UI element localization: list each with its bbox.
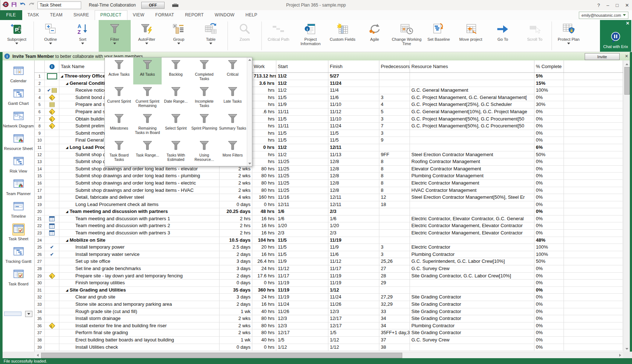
cell-resource-names[interactable]: Roofing Contractor Management xyxy=(410,158,534,166)
cell-task-name[interactable]: ◢Team meeting and discussion with partne… xyxy=(59,208,220,215)
expand-collapse-icon[interactable]: ◢ xyxy=(66,289,68,292)
realtime-collab-toggle[interactable]: OFF xyxy=(141,2,165,9)
cell-row-number[interactable]: 31 xyxy=(35,287,45,294)
cell-info-indicators[interactable] xyxy=(45,208,59,215)
sidebar-item-task-sheet[interactable]: Task Sheet xyxy=(3,223,34,241)
cell-finish[interactable]: 11/19 xyxy=(328,273,379,280)
cell-resource-names[interactable]: Electric Contractor xyxy=(410,244,534,251)
cell-start[interactable]: 11/5 xyxy=(276,244,328,251)
cell-duration[interactable]: 2 hrs xyxy=(220,222,252,230)
cell-task-name[interactable]: Finish temporay utilities xyxy=(59,280,220,287)
cell-resource-names[interactable]: Site Grading Contractor xyxy=(410,308,534,316)
cell-resource-names[interactable]: G.C. General Management xyxy=(410,87,534,94)
cell-work[interactable]: hrs xyxy=(252,116,276,123)
cell-work[interactable]: hrs xyxy=(252,158,276,166)
sidebar-item-risk-view[interactable]: Risk View xyxy=(3,156,34,173)
cell-row-number[interactable]: 1 xyxy=(35,73,45,80)
redo-button[interactable] xyxy=(28,2,35,9)
cell-predecessors[interactable]: 27,29 xyxy=(379,294,410,301)
cell-work[interactable]: 3.6 hrs xyxy=(252,80,276,87)
ribbon-button-sort[interactable]: AZSort xyxy=(67,20,99,52)
cell-duration[interactable]: 2 hrs xyxy=(220,230,252,237)
filter-option-using-resource-[interactable]: Using Resource... xyxy=(190,138,218,165)
cell-row-number[interactable]: 29 xyxy=(35,273,45,280)
cell-predecessors[interactable]: 37 xyxy=(379,337,410,344)
cell-row-number[interactable]: 17 xyxy=(35,187,45,194)
cell-finish[interactable]: 11/6 xyxy=(328,251,379,258)
cell-start[interactable]: 12/3 xyxy=(276,323,328,330)
cell-resource-names[interactable] xyxy=(410,130,534,137)
cell-row-number[interactable]: 19 xyxy=(35,201,45,209)
cell-duration[interactable]: 0 days xyxy=(220,280,252,287)
cell-start[interactable]: 11/25 xyxy=(276,180,328,187)
cell-work[interactable]: hrs xyxy=(252,151,276,159)
cell-resource-names[interactable]: G.C. Survey Crew xyxy=(410,337,534,344)
cell-task-name[interactable]: Team meeting and discussion with partner… xyxy=(59,222,220,230)
cell-start[interactable]: 11/2 xyxy=(276,151,328,159)
cell-resource-names[interactable]: Steel Erection Contractor Management[50%… xyxy=(410,194,534,201)
cell-row-number[interactable]: 3 xyxy=(35,87,45,94)
cell-predecessors[interactable]: 3 xyxy=(379,251,410,258)
cell-info-indicators[interactable]: ! xyxy=(45,323,59,330)
cell-finish[interactable]: 12/3 xyxy=(328,308,379,316)
cell-finish[interactable]: 1/5 xyxy=(328,329,379,337)
cell-row-number[interactable]: 14 xyxy=(35,166,45,173)
cell-percent-complete[interactable]: 100% xyxy=(534,251,564,258)
cell-percent-complete[interactable]: 0% xyxy=(534,230,564,237)
cell-start[interactable]: 1/6 xyxy=(276,208,328,215)
cell-row-number[interactable]: 39 xyxy=(35,344,45,351)
cell-info-indicators[interactable]: ! xyxy=(45,108,59,116)
cell-predecessors[interactable]: 35FF+1 day,3 xyxy=(379,329,410,337)
cell-start[interactable]: 11/19 xyxy=(276,287,328,294)
cell-work[interactable]: 17.6 hrs xyxy=(252,273,276,280)
cell-percent-complete[interactable]: 0% xyxy=(534,222,564,230)
filter-option-backlog[interactable]: Backlog xyxy=(162,58,190,84)
cell-percent-complete[interactable]: 0% xyxy=(534,215,564,223)
cell-predecessors[interactable]: 3 xyxy=(379,130,410,137)
cell-finish[interactable]: 1/6 xyxy=(328,215,379,223)
cell-percent-complete[interactable]: 0% xyxy=(534,158,564,166)
cell-resource-names[interactable]: Electric Contractor Management xyxy=(410,180,534,187)
cell-percent-complete[interactable]: 100% xyxy=(534,87,564,94)
cell-info-indicators[interactable] xyxy=(45,80,59,87)
cell-info-indicators[interactable]: ✔ xyxy=(45,87,59,94)
cell-info-indicators[interactable] xyxy=(45,280,59,287)
chat-close-icon[interactable]: ✕ xyxy=(626,21,629,26)
ribbon-button-agile[interactable]: Agile xyxy=(359,20,391,52)
cell-resource-names[interactable] xyxy=(410,344,534,351)
cell-resource-names[interactable]: Site Grading Contractor xyxy=(410,294,534,301)
cell-task-name[interactable]: Submit shop drawings and order long lead… xyxy=(59,187,220,194)
cell-work[interactable]: 104 hrs xyxy=(252,237,276,244)
sidebar-item-team-planner[interactable]: Team Planner xyxy=(3,178,34,196)
cell-info-indicators[interactable] xyxy=(45,215,59,223)
cell-row-number[interactable]: 26 xyxy=(35,251,45,258)
cell-work[interactable]: 0 hrs xyxy=(252,201,276,209)
cell-work[interactable]: 713.12 hrs xyxy=(252,73,276,80)
filter-option-tasks-with-estimated[interactable]: Tasks With Estimated xyxy=(162,138,190,165)
cell-percent-complete[interactable]: 0% xyxy=(534,116,564,123)
cell-info-indicators[interactable] xyxy=(45,144,59,151)
cell-info-indicators[interactable]: ! xyxy=(45,94,59,102)
cell-work[interactable]: 26.4 hrs xyxy=(252,258,276,265)
cell-info-indicators[interactable]: ! xyxy=(45,116,59,123)
cell-task-name[interactable]: Install temporary power xyxy=(59,244,220,251)
cell-finish[interactable]: 11/4 xyxy=(328,87,379,94)
cell-resource-names[interactable]: G.C. Project Management, G.C. General Ma… xyxy=(410,94,534,102)
cell-row-number[interactable]: 4 xyxy=(35,94,45,102)
cell-info-indicators[interactable] xyxy=(45,230,59,237)
cell-task-name[interactable]: Set line and grade benchmarks xyxy=(59,265,220,273)
cell-duration[interactable]: 2 wks xyxy=(220,329,252,337)
cell-duration[interactable]: 2 days xyxy=(220,251,252,258)
cell-resource-names[interactable]: Elevator Contractor Management xyxy=(410,166,534,173)
cell-resource-names[interactable]: Electric Contractor Management, Elevator… xyxy=(410,222,534,230)
cell-row-number[interactable]: 25 xyxy=(35,244,45,251)
cell-work[interactable]: 80 hrs xyxy=(252,323,276,330)
cell-row-number[interactable]: 23 xyxy=(35,230,45,237)
cell-task-name[interactable]: Team meeting and discussion with partner… xyxy=(59,230,220,237)
cell-row-number[interactable]: 8 xyxy=(35,123,45,130)
cell-info-indicators[interactable] xyxy=(45,258,59,265)
cell-start[interactable]: 12/11 xyxy=(276,201,328,209)
expand-collapse-icon[interactable]: ◢ xyxy=(66,239,68,242)
cell-work[interactable]: 0 hrs xyxy=(252,144,276,151)
account-dropdown[interactable]: emily@housatonic.com xyxy=(579,12,628,19)
